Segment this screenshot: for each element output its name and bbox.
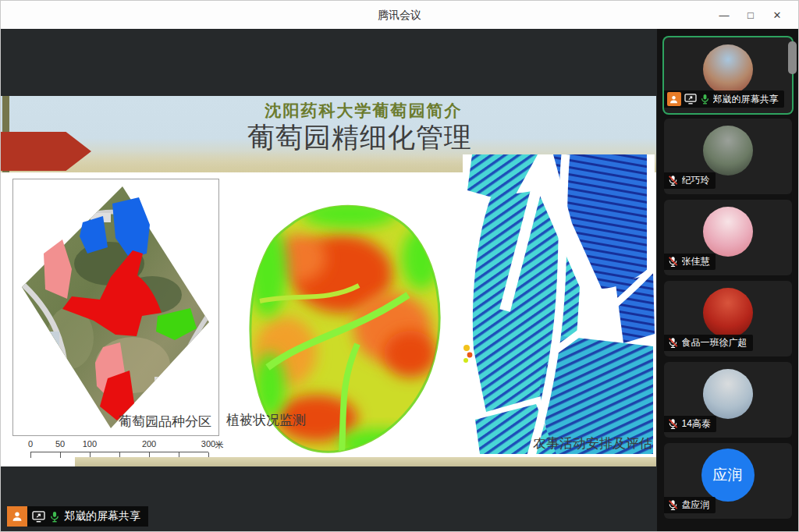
participant-tile[interactable]: 14高泰 — [664, 362, 792, 438]
window-controls: — □ ✕ — [711, 1, 790, 29]
slide-subtitle: 葡萄园精细化管理 — [1, 119, 656, 156]
scale-tick-label: 100 — [83, 439, 97, 449]
mic-muted-icon — [667, 337, 679, 349]
avatar — [703, 44, 753, 94]
participant-name-label: 14高泰 — [664, 416, 716, 432]
participant-tile[interactable]: 纪巧玲 — [664, 119, 792, 194]
participant-tile[interactable]: 郑崴的屏幕共享 — [664, 37, 792, 113]
slide-title: 沈阳药科大学葡萄园简介 — [1, 100, 656, 122]
participant-tile[interactable]: 张佳慧 — [664, 200, 792, 275]
presentation-slide: 沈阳药科大学葡萄园简介 葡萄园精细化管理 — [1, 96, 656, 466]
presenter-icon — [7, 506, 27, 527]
participant-name: 张佳慧 — [682, 255, 710, 268]
share-banner: 郑崴的屏幕共享 — [7, 506, 148, 527]
avatar — [703, 288, 753, 338]
presenter-icon — [667, 92, 681, 106]
participants-sidebar: 郑崴的屏幕共享 — [657, 29, 798, 531]
participant-name: 食品一班徐广超 — [682, 336, 748, 349]
sidebar-scrollbar[interactable] — [788, 41, 797, 74]
variety-zoning-graphic — [16, 182, 216, 433]
mic-muted-icon — [667, 418, 679, 430]
screen-share-icon — [32, 511, 45, 523]
participant-name: 14高泰 — [682, 417, 711, 431]
participant-list: 郑崴的屏幕共享 — [657, 37, 798, 519]
scale-tick-label: 50 — [55, 439, 65, 449]
participant-name: 盘应润 — [682, 498, 710, 512]
mic-muted-icon — [667, 175, 679, 186]
scale-tick-mark — [60, 452, 61, 458]
participant-name-label: 张佳慧 — [664, 254, 716, 270]
map-variety-label: 葡萄园品种分区 — [119, 413, 211, 431]
participant-tile[interactable]: 食品一班徐广超 — [664, 281, 792, 356]
avatar — [703, 207, 753, 257]
participant-name-label: 纪巧玲 — [664, 172, 716, 189]
slide-bottom-landscape-strip — [75, 457, 656, 466]
scale-tick-mark — [30, 452, 31, 458]
screen-share-stage: 沈阳药科大学葡萄园简介 葡萄园精细化管理 — [1, 29, 657, 531]
scale-tick-label: 300 — [201, 439, 215, 449]
avatar — [703, 126, 753, 176]
participant-name-label: 盘应润 — [664, 497, 716, 513]
participant-tile[interactable]: 应润 — [664, 443, 792, 519]
participant-name: 纪巧玲 — [682, 174, 710, 187]
scale-tick-label: 0 — [28, 439, 33, 449]
titlebar: 腾讯会议 — □ ✕ — [1, 1, 798, 29]
map-vegetation-monitoring: 植被状况监测 — [225, 184, 459, 457]
mic-on-icon — [49, 511, 60, 523]
scale-bar-unit: 米 — [215, 439, 224, 451]
participant-name: 郑崴的屏幕共享 — [713, 93, 779, 106]
screen-share-icon — [684, 94, 697, 105]
mic-on-icon — [700, 94, 710, 105]
maximize-button[interactable]: □ — [737, 1, 764, 29]
mic-muted-icon — [667, 499, 679, 511]
map-farming-activity: 农事活动安排及评估 — [463, 154, 655, 456]
avatar — [703, 369, 753, 419]
map-farming-label: 农事活动安排及评估 — [533, 434, 652, 452]
window-title: 腾讯会议 — [1, 1, 798, 29]
avatar: 应润 — [701, 449, 755, 502]
minimize-button[interactable]: — — [711, 1, 737, 29]
mic-muted-icon — [667, 256, 679, 268]
scale-tick-label: 200 — [142, 439, 156, 449]
close-button[interactable]: ✕ — [764, 1, 790, 29]
map-vegetation-label: 植被状况监测 — [226, 411, 306, 429]
tencent-meeting-window: 腾讯会议 — □ ✕ 沈阳药科大学葡萄园简介 葡萄园精细化管理 — [0, 0, 799, 532]
map-variety-zoning: 葡萄园品种分区 — [12, 179, 219, 436]
participant-name-label: 食品一班徐广超 — [664, 335, 753, 351]
share-banner-text: 郑崴的屏幕共享 — [64, 509, 140, 523]
scale-bar-labels: 米 050100200300 — [30, 439, 208, 449]
farming-activity-graphic — [463, 154, 655, 456]
participant-name-label: 郑崴的屏幕共享 — [664, 90, 784, 108]
